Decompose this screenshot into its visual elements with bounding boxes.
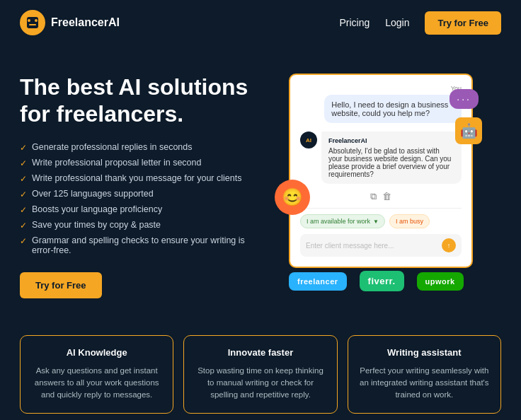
nav-links: Pricing Login Try for Free xyxy=(339,11,501,35)
status-available-text: I am available for work xyxy=(307,218,370,225)
ai-avatar: AI xyxy=(300,132,317,148)
cards-section: AI Knowledge Ask any questions and get i… xyxy=(0,315,521,420)
fiverr-badge: fiverr. xyxy=(360,271,404,291)
chat-user-label: You xyxy=(300,85,462,92)
ai-name-label: FreelancerAI xyxy=(328,137,454,144)
svg-point-3 xyxy=(35,19,38,22)
svg-rect-1 xyxy=(27,17,38,28)
check-icon: ✓ xyxy=(20,205,27,215)
check-icon: ✓ xyxy=(20,221,27,231)
navbar: FreelancerAI Pricing Login Try for Free xyxy=(0,0,521,45)
try-free-nav-button[interactable]: Try for Free xyxy=(425,11,501,35)
fiverr-label: fiverr. xyxy=(368,276,396,286)
hero-section: The best AI solutions for freelancers. ✓… xyxy=(0,45,521,313)
check-icon: ✓ xyxy=(20,189,27,199)
freelancer-label: freelancer xyxy=(297,277,338,286)
card-writing: Writing assistant Perfect your writing s… xyxy=(348,335,501,414)
chevron-down-icon: ▼ xyxy=(373,218,379,225)
hero-left: The best AI solutions for freelancers. ✓… xyxy=(20,66,253,298)
logo: FreelancerAI xyxy=(20,10,120,35)
emoji-circle: 😊 xyxy=(275,180,310,215)
upwork-badge: upwork xyxy=(417,272,464,291)
check-icon: ✓ xyxy=(20,158,27,168)
hero-title: The best AI solutions for freelancers. xyxy=(20,74,253,128)
list-item: ✓ Save your times by copy & paste xyxy=(20,220,253,231)
list-item: ✓ Write professional proposal letter in … xyxy=(20,158,253,168)
card-description: Stop wasting time on keep thinking to ma… xyxy=(195,365,325,402)
upwork-label: upwork xyxy=(425,277,455,286)
card-innovate: Innovate faster Stop wasting time on kee… xyxy=(183,335,337,414)
chat-divider xyxy=(300,208,462,209)
chat-input-row: Enter client message here... ↑ xyxy=(300,234,462,257)
status-busy-pill[interactable]: I am busy xyxy=(389,214,430,228)
check-icon: ✓ xyxy=(20,236,27,246)
trash-icon[interactable]: 🗑 xyxy=(382,191,391,202)
copy-icon[interactable]: ⧉ xyxy=(370,191,377,202)
status-available-pill[interactable]: I am available for work ▼ xyxy=(300,214,385,228)
float-emoji: 😊 xyxy=(275,180,310,215)
pricing-link[interactable]: Pricing xyxy=(339,17,370,28)
logo-icon xyxy=(20,10,45,35)
chat-actions: ⧉ 🗑 xyxy=(300,191,462,202)
chat-status-row: I am available for work ▼ I am busy xyxy=(300,214,462,228)
card-ai-knowledge: AI Knowledge Ask any questions and get i… xyxy=(20,335,173,414)
chat-ai-row: AI FreelancerAI Absolutely, I'd be glad … xyxy=(300,132,462,184)
feature-list: ✓ Generate professional replies in secon… xyxy=(20,142,253,255)
card-description: Ask any questions and get instant answer… xyxy=(32,365,161,402)
list-item: ✓ Write professional thank you message f… xyxy=(20,173,253,184)
logo-label: FreelancerAI xyxy=(51,16,120,29)
chat-input-placeholder: Enter client message here... xyxy=(306,242,442,250)
send-button[interactable]: ↑ xyxy=(442,238,456,252)
hero-right: 😊 ··· 🤖 You Hello, I need to design a bu… xyxy=(268,66,501,293)
list-item: ✓ Generate professional replies in secon… xyxy=(20,142,253,153)
card-title: AI Knowledge xyxy=(32,347,161,358)
chat-ai-bubble: FreelancerAI Absolutely, I'd be glad to … xyxy=(321,132,462,184)
card-title: Writing assistant xyxy=(360,347,489,358)
check-icon: ✓ xyxy=(20,143,27,153)
list-item: ✓ Over 125 languages supported xyxy=(20,189,253,199)
dots-badge: ··· xyxy=(450,89,479,109)
svg-rect-4 xyxy=(29,24,36,25)
robot-badge: 🤖 xyxy=(455,117,482,144)
svg-point-2 xyxy=(28,19,30,22)
card-description: Perfect your writing seamlessly with an … xyxy=(360,365,489,402)
list-item: ✓ Grammar and spelling checks to ensure … xyxy=(20,235,253,255)
login-link[interactable]: Login xyxy=(385,17,409,28)
freelancer-badge: freelancer xyxy=(289,272,347,291)
card-title: Innovate faster xyxy=(195,347,325,358)
try-free-hero-button[interactable]: Try for Free xyxy=(20,272,102,298)
chat-user-bubble: Hello, I need to design a business websi… xyxy=(324,95,462,123)
platforms-row: freelancer fiverr. upwork xyxy=(268,268,501,291)
check-icon: ✓ xyxy=(20,174,27,184)
chat-card: ··· 🤖 You Hello, I need to design a busi… xyxy=(289,74,473,268)
list-item: ✓ Boosts your language proficiency xyxy=(20,204,253,215)
